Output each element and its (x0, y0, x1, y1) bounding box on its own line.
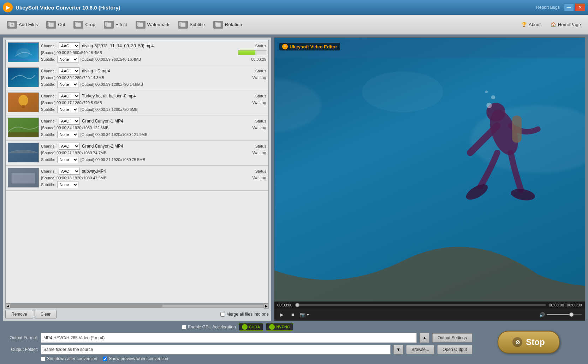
video-preview: 🔒 Ukeysoft Video Editor (274, 38, 585, 302)
gpu-acceleration-label: Enable GPU Acceleration (182, 324, 236, 329)
add-files-icon (7, 21, 17, 29)
merge-label: Merge all files into one (226, 312, 269, 317)
svg-rect-36 (512, 115, 522, 143)
merge-checkbox[interactable] (220, 312, 225, 317)
status-waiting: Waiting (252, 100, 266, 105)
file-item[interactable]: Channel: AAC Grand Canyon-2.MP4 Status [… (6, 141, 268, 166)
svg-rect-16 (216, 23, 221, 27)
svg-rect-22 (22, 105, 25, 108)
gpu-acceleration-checkbox[interactable] (182, 325, 186, 329)
browse-button[interactable]: Browse... (406, 345, 434, 354)
file-item[interactable]: Channel: AAC diving-5(2018_11_14_09_30_5… (6, 40, 268, 65)
toolbar-subtitle[interactable]: Subtitle (174, 19, 208, 30)
file-name: diving-HD.mp4 (82, 68, 110, 73)
shutdown-checkbox[interactable] (41, 357, 46, 361)
options-row: Shutdown after conversion Show preview w… (3, 356, 472, 361)
status-label: Status (255, 69, 266, 73)
file-list-scroll[interactable]: Channel: AAC diving-5(2018_11_14_09_30_5… (5, 40, 269, 304)
channel-select[interactable]: AAC (59, 143, 80, 150)
volume-thumb[interactable] (569, 312, 574, 317)
close-button[interactable]: ✕ (575, 4, 585, 11)
subtitle-select[interactable]: None (57, 81, 78, 88)
subtitle-select[interactable]: None (57, 106, 78, 113)
output-info: [Output] 00:00:39 1280x720 14.8MB (81, 82, 143, 86)
effect-icon (104, 21, 114, 29)
channel-select[interactable]: AAC (59, 42, 80, 49)
subtitle-select[interactable]: None (57, 131, 78, 138)
open-output-button[interactable]: Open Output (437, 345, 472, 354)
app-title: UkeySoft Video Converter 10.6.0 (History… (16, 5, 120, 11)
remove-button[interactable]: Remove (5, 310, 33, 318)
horizontal-scrollbar[interactable]: ◀ ▶ (5, 304, 269, 309)
toolbar-rotation[interactable]: Rotation (210, 19, 245, 30)
output-folder-input[interactable] (41, 345, 391, 354)
clear-button[interactable]: Clear (35, 310, 57, 318)
volume-slider[interactable] (547, 314, 582, 315)
file-thumbnail (8, 143, 39, 162)
video-overlay: 🔒 Ukeysoft Video Editor (279, 43, 340, 50)
status-waiting: Waiting (252, 125, 266, 130)
source-info: [Source] 00:00:34 1920x1080 122.3MB (41, 126, 108, 130)
volume-icon: 🔊 (539, 312, 545, 317)
channel-select[interactable]: AAC (59, 67, 80, 74)
scroll-left-arrow[interactable]: ◀ (5, 304, 10, 309)
about-button[interactable]: 🏆 About (518, 20, 544, 29)
watermark-label: Watermark (147, 22, 170, 27)
stop-label: Stop (526, 337, 545, 347)
toolbar-watermark[interactable]: Watermark (132, 19, 173, 30)
minimize-button[interactable]: — (564, 4, 574, 11)
homepage-button[interactable]: 🏠 HomePage (547, 20, 584, 29)
time-right: 00:00:00 (567, 303, 582, 307)
screenshot-button[interactable]: 📷 ▼ (300, 312, 310, 317)
timeline-track[interactable] (295, 304, 546, 306)
channel-select[interactable]: AAC (59, 93, 80, 100)
file-item[interactable]: Channel: AAC Turkey hot air balloon-0.mp… (6, 90, 268, 115)
svg-rect-10 (106, 23, 111, 27)
subtitle-select[interactable]: None (57, 56, 78, 63)
svg-rect-19 (8, 68, 38, 87)
output-settings-button[interactable]: Output Settings (432, 333, 472, 342)
title-bar: ▶ UkeySoft Video Converter 10.6.0 (Histo… (0, 0, 588, 15)
svg-point-37 (486, 103, 492, 108)
stop-button[interactable]: ■ (289, 310, 297, 319)
play-button[interactable]: ▶ (277, 310, 286, 319)
file-item[interactable]: Channel: AAC subway.MP4 Status [Source] … (6, 166, 268, 191)
output-format-label: Output Format: (3, 335, 38, 340)
toolbar-add-files[interactable]: Add Files (4, 19, 41, 30)
file-item[interactable]: Channel: AAC diving-HD.mp4 Status [Sourc… (6, 65, 268, 90)
shutdown-option: Shutdown after conversion (41, 356, 97, 361)
output-format-input[interactable] (41, 333, 417, 343)
folder-dropdown-btn[interactable]: ▼ (393, 345, 403, 354)
file-thumbnail (8, 67, 39, 87)
subtitle-label: Subtitle: (41, 183, 55, 187)
report-bugs-label: Report Bugs (536, 5, 560, 10)
subtitle-select[interactable]: None (57, 156, 78, 163)
toolbar-effect[interactable]: Effect (100, 19, 131, 30)
channel-label: Channel: (41, 44, 57, 48)
toolbar-cut[interactable]: Cut (43, 19, 69, 30)
status-label: Status (255, 144, 266, 148)
gpu-row: Enable GPU Acceleration CUDA NVENC (3, 323, 472, 331)
svg-rect-24 (8, 132, 38, 137)
scroll-track[interactable] (10, 304, 264, 308)
stop-icon: ⊘ (512, 337, 522, 347)
dropdown-icon: ▼ (306, 313, 310, 317)
svg-rect-27 (12, 173, 35, 183)
channel-select[interactable]: AAC (59, 118, 80, 125)
status-label: Status (255, 169, 266, 173)
channel-select[interactable]: AAC (59, 168, 80, 175)
subtitle-select[interactable]: None (57, 181, 78, 188)
timeline-thumb[interactable] (295, 303, 299, 307)
toolbar-crop[interactable]: Crop (70, 19, 99, 30)
preview-checkbox[interactable] (103, 357, 107, 361)
status-label: Status (255, 119, 266, 123)
output-info: [Output] 00:00:34 1920x1080 121.9MB (81, 132, 148, 137)
output-format-row: Output Format: ▲ Output Settings (3, 333, 472, 343)
scroll-right-arrow[interactable]: ▶ (264, 304, 269, 309)
channel-label: Channel: (41, 94, 57, 98)
output-format-arrow[interactable]: ▲ (420, 333, 429, 343)
stop-btn-area: ⊘ Stop (472, 323, 585, 361)
output-info: [Output] 00:00:17 1280x720 6MB (81, 107, 138, 112)
stop-convert-button[interactable]: ⊘ Stop (498, 331, 559, 353)
file-item[interactable]: Channel: AAC Grand Canyon-1.MP4 Status [… (6, 115, 268, 141)
